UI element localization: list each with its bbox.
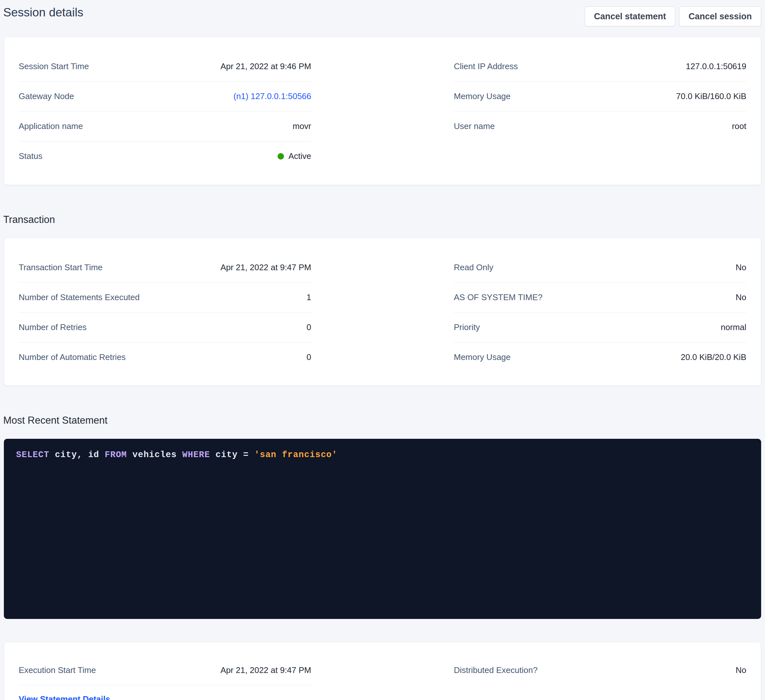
sql-statement-text: SELECT city, id FROM vehicles WHERE city…: [16, 449, 749, 461]
row-label: Read Only: [454, 263, 493, 273]
row-value: 20.0 KiB/20.0 KiB: [681, 353, 746, 362]
status-dot-icon: [277, 153, 284, 160]
row-automatic-retries: Number of Automatic Retries 0: [19, 342, 311, 372]
row-user-name: User name root: [454, 111, 746, 141]
row-value: 0: [307, 323, 311, 332]
row-label: Number of Retries: [19, 323, 87, 332]
session-card-right-column: Client IP Address 127.0.0.1:50619 Memory…: [454, 52, 746, 171]
sql-token-keyword: FROM: [105, 450, 127, 460]
row-label: Distributed Execution?: [454, 665, 537, 675]
row-value: 70.0 KiB/160.0 KiB: [676, 92, 746, 101]
row-value: 0: [307, 353, 311, 362]
row-distributed-execution: Distributed Execution? No: [454, 656, 746, 685]
session-summary-card: Session Start Time Apr 21, 2022 at 9:46 …: [4, 37, 761, 185]
sql-token-plain: city, id: [49, 450, 105, 460]
row-label: Application name: [19, 122, 83, 131]
row-application-name: Application name movr: [19, 111, 311, 141]
cancel-statement-button[interactable]: Cancel statement: [585, 6, 675, 27]
row-label: AS OF SYSTEM TIME?: [454, 293, 542, 302]
row-label: Transaction Start Time: [19, 263, 103, 273]
row-label: Memory Usage: [454, 353, 510, 362]
row-label: Execution Start Time: [19, 665, 96, 675]
session-card-left-column: Session Start Time Apr 21, 2022 at 9:46 …: [19, 52, 311, 171]
row-label: User name: [454, 122, 494, 131]
row-transaction-start-time: Transaction Start Time Apr 21, 2022 at 9…: [19, 253, 311, 283]
status-badge: Active: [277, 152, 311, 161]
transaction-card: Transaction Start Time Apr 21, 2022 at 9…: [4, 238, 761, 386]
execution-card-left-column: Execution Start Time Apr 21, 2022 at 9:4…: [19, 656, 311, 700]
row-value: Apr 21, 2022 at 9:47 PM: [220, 263, 311, 273]
row-priority: Priority normal: [454, 313, 746, 342]
row-value: normal: [721, 323, 746, 332]
row-value: No: [736, 263, 746, 273]
sql-token-string: 'san francisco': [254, 450, 337, 460]
row-as-of-system-time: AS OF SYSTEM TIME? No: [454, 283, 746, 313]
row-label: Number of Automatic Retries: [19, 353, 126, 362]
sql-token-plain: vehicles: [127, 450, 182, 460]
sql-statement-box: SELECT city, id FROM vehicles WHERE city…: [4, 439, 761, 619]
cancel-session-button[interactable]: Cancel session: [679, 6, 761, 27]
row-client-ip-address: Client IP Address 127.0.0.1:50619: [454, 52, 746, 82]
row-label: Client IP Address: [454, 62, 518, 71]
row-value: movr: [293, 122, 311, 131]
status-text: Active: [288, 152, 311, 161]
row-value: Apr 21, 2022 at 9:47 PM: [220, 665, 311, 675]
page-title: Session details: [3, 5, 83, 20]
row-label: Session Start Time: [19, 62, 89, 71]
row-execution-start-time: Execution Start Time Apr 21, 2022 at 9:4…: [19, 656, 311, 685]
execution-card: Execution Start Time Apr 21, 2022 at 9:4…: [4, 642, 761, 700]
row-label: Status: [19, 152, 42, 161]
row-value: 127.0.0.1:50619: [686, 62, 746, 71]
row-label: Gateway Node: [19, 92, 74, 101]
view-statement-details-row: View Statement Details: [19, 685, 311, 700]
row-value: No: [736, 293, 746, 302]
transaction-section-title: Transaction: [0, 213, 765, 226]
sql-token-plain: city =: [210, 450, 254, 460]
header-buttons: Cancel statement Cancel session: [585, 5, 761, 27]
page-header: Session details Cancel statement Cancel …: [0, 0, 765, 31]
row-transaction-memory-usage: Memory Usage 20.0 KiB/20.0 KiB: [454, 342, 746, 372]
row-session-memory-usage: Memory Usage 70.0 KiB/160.0 KiB: [454, 82, 746, 111]
row-value: 1: [307, 293, 311, 302]
row-status: Status Active: [19, 141, 311, 171]
sql-token-keyword: SELECT: [16, 450, 49, 460]
row-value: root: [732, 122, 746, 131]
transaction-card-left-column: Transaction Start Time Apr 21, 2022 at 9…: [19, 253, 311, 372]
row-label: Priority: [454, 323, 480, 332]
row-gateway-node: Gateway Node (n1) 127.0.0.1:50566: [19, 82, 311, 111]
gateway-node-link[interactable]: (n1) 127.0.0.1:50566: [233, 92, 311, 101]
sql-token-keyword: WHERE: [182, 450, 210, 460]
execution-card-right-column: Distributed Execution? No: [454, 656, 746, 700]
row-session-start-time: Session Start Time Apr 21, 2022 at 9:46 …: [19, 52, 311, 82]
row-label: Memory Usage: [454, 92, 510, 101]
row-value: Apr 21, 2022 at 9:46 PM: [220, 62, 311, 71]
view-statement-details-link[interactable]: View Statement Details: [19, 694, 110, 700]
row-label: Number of Statements Executed: [19, 293, 140, 302]
statement-section-title: Most Recent Statement: [0, 414, 765, 427]
row-value: No: [736, 665, 746, 675]
row-read-only: Read Only No: [454, 253, 746, 283]
row-number-of-retries: Number of Retries 0: [19, 313, 311, 342]
transaction-card-right-column: Read Only No AS OF SYSTEM TIME? No Prior…: [454, 253, 746, 372]
row-statements-executed: Number of Statements Executed 1: [19, 283, 311, 313]
